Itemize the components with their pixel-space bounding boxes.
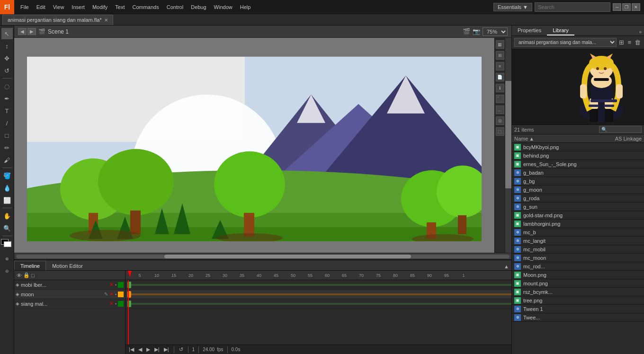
tool-smooth[interactable]: ⊖ bbox=[1, 266, 13, 277]
menu-file[interactable]: File bbox=[17, 0, 33, 14]
mini-tool-4[interactable]: 📄 bbox=[496, 73, 504, 81]
essentials-button[interactable]: Essentials ▼ bbox=[493, 3, 532, 11]
scene-back-button[interactable]: ◀ bbox=[18, 28, 27, 35]
list-item[interactable]: ▣ ernes_Sun_-_Sole.png bbox=[512, 160, 644, 168]
menu-control[interactable]: Control bbox=[163, 0, 187, 14]
go-start-button[interactable]: |◀ bbox=[128, 346, 135, 353]
vertical-scrollbar[interactable] bbox=[505, 38, 511, 253]
list-item[interactable]: ▣ gold-star-md.png bbox=[512, 211, 644, 220]
tab-properties[interactable]: Properties bbox=[512, 26, 547, 35]
frame-row[interactable] bbox=[125, 299, 511, 309]
list-item[interactable]: ▣ Moon.png bbox=[512, 271, 644, 279]
list-item[interactable]: ▣ behind.png bbox=[512, 151, 644, 160]
fill-color[interactable] bbox=[4, 241, 11, 247]
layer-color[interactable] bbox=[118, 282, 124, 288]
tool-pencil[interactable]: ✏ bbox=[1, 142, 13, 153]
menu-modify[interactable]: Modify bbox=[89, 0, 111, 14]
restore-button[interactable]: ❐ bbox=[622, 3, 631, 11]
menu-view[interactable]: View bbox=[49, 0, 68, 14]
h-scroll-thumb[interactable] bbox=[164, 255, 411, 258]
lib-properties-button[interactable]: ≡ bbox=[626, 39, 632, 46]
tool-select[interactable]: ↖ bbox=[1, 28, 13, 39]
mini-tool-6[interactable]: ⬛ bbox=[496, 95, 504, 103]
list-item[interactable]: ▣ tree.png bbox=[512, 296, 644, 305]
library-dropdown[interactable]: animasi pergantian siang dan mala... bbox=[514, 38, 617, 47]
list-item[interactable]: ⊛ Twee... bbox=[512, 313, 644, 322]
list-item[interactable]: ⊛ g_badan bbox=[512, 168, 644, 177]
loop-button[interactable]: ↺ bbox=[178, 346, 184, 353]
layer-visibility[interactable]: ✕ bbox=[109, 291, 114, 297]
mini-tool-1[interactable]: ▦ bbox=[496, 40, 504, 49]
mini-tool-7[interactable]: … bbox=[496, 106, 504, 114]
menu-text[interactable]: Text bbox=[111, 0, 128, 14]
frame-row[interactable] bbox=[125, 280, 511, 290]
tab-timeline[interactable]: Timeline bbox=[14, 261, 46, 270]
tool-pen[interactable]: ✒ bbox=[1, 93, 13, 104]
list-item[interactable]: ⊛ mc_langit bbox=[512, 237, 644, 245]
name-column-header[interactable]: Name ▲ bbox=[514, 136, 615, 142]
tool-hand[interactable]: ✋ bbox=[1, 210, 13, 221]
camera-icon[interactable]: 📷 bbox=[473, 28, 480, 35]
minimize-button[interactable]: ─ bbox=[613, 3, 621, 11]
clip-icon[interactable]: 🎬 bbox=[463, 28, 470, 35]
tool-free-transform[interactable]: ✥ bbox=[1, 53, 13, 64]
play-button[interactable]: ▶ bbox=[145, 346, 151, 353]
list-item[interactable]: ⊛ mc_b bbox=[512, 228, 644, 237]
mini-tool-3[interactable]: ≡ bbox=[496, 62, 504, 71]
list-item[interactable]: ▣ lambhorgini.png bbox=[512, 220, 644, 228]
tool-paint-bucket[interactable]: 🪣 bbox=[1, 170, 13, 181]
mini-tool-8[interactable]: ◎ bbox=[496, 116, 504, 125]
mini-tool-5[interactable]: ℹ bbox=[496, 84, 504, 92]
file-tab-close[interactable]: ✕ bbox=[104, 18, 108, 23]
tool-snap[interactable]: ⊕ bbox=[1, 253, 13, 265]
mini-tool-2[interactable]: ⊞ bbox=[496, 51, 504, 60]
horizontal-scrollbar[interactable] bbox=[14, 253, 511, 259]
step-back-button[interactable]: ◀ bbox=[137, 346, 143, 353]
go-end-button[interactable]: ▶| bbox=[163, 346, 170, 353]
tool-brush[interactable]: 🖌 bbox=[1, 154, 13, 166]
scene-forward-button[interactable]: ▶ bbox=[27, 28, 36, 35]
tool-zoom[interactable]: 🔍 bbox=[1, 222, 13, 234]
library-search-input[interactable] bbox=[599, 126, 642, 133]
menu-insert[interactable]: Insert bbox=[68, 0, 89, 14]
canvas-area[interactable] bbox=[14, 38, 494, 253]
layer-visibility[interactable]: ✕ bbox=[109, 301, 114, 307]
layer-color[interactable] bbox=[118, 301, 124, 307]
tool-rect[interactable]: □ bbox=[1, 130, 13, 141]
list-item[interactable]: ⊛ mc_moon bbox=[512, 254, 644, 262]
layer-color[interactable] bbox=[118, 292, 124, 297]
panel-expand[interactable]: » bbox=[636, 28, 644, 35]
list-item[interactable]: ⊛ Tween 1 bbox=[512, 305, 644, 313]
list-item[interactable]: ⊛ mc_mobil bbox=[512, 245, 644, 254]
fps-value[interactable]: 24.00 bbox=[203, 347, 215, 352]
list-item[interactable]: ⊛ mc_rod... bbox=[512, 262, 644, 271]
close-button[interactable]: ✕ bbox=[632, 3, 640, 11]
list-item[interactable]: ▣ mount.png bbox=[512, 279, 644, 288]
list-item[interactable]: ▣ bcyMKbyoi.png bbox=[512, 143, 644, 151]
menu-help[interactable]: Help bbox=[236, 0, 255, 14]
list-item[interactable]: ⊛ g_sun bbox=[512, 203, 644, 211]
list-item[interactable]: ▣ rsz_bcymk... bbox=[512, 288, 644, 296]
tab-library[interactable]: Library bbox=[547, 26, 574, 35]
step-forward-button[interactable]: ▶| bbox=[153, 346, 161, 353]
layer-visibility[interactable]: ✕ bbox=[109, 282, 114, 288]
frame-row[interactable] bbox=[125, 290, 511, 299]
v-scroll-thumb[interactable] bbox=[505, 81, 511, 188]
mini-tool-9[interactable]: ⬚ bbox=[496, 127, 504, 136]
tool-3d-rotation[interactable]: ↺ bbox=[1, 65, 13, 76]
menu-window[interactable]: Window bbox=[210, 0, 236, 14]
timeline-frames[interactable] bbox=[125, 280, 511, 345]
list-item[interactable]: ⊛ g_moon bbox=[512, 186, 644, 194]
tool-text[interactable]: T bbox=[1, 105, 13, 116]
list-item[interactable]: ⊛ g_bg bbox=[512, 177, 644, 186]
tool-eyedropper[interactable]: 💧 bbox=[1, 182, 13, 194]
menu-debug[interactable]: Debug bbox=[187, 0, 210, 14]
tool-eraser[interactable]: ⬜ bbox=[1, 195, 13, 206]
menu-edit[interactable]: Edit bbox=[33, 0, 49, 14]
tool-subselect[interactable]: ↕ bbox=[1, 40, 13, 52]
timeline-collapse[interactable]: ▲ bbox=[501, 263, 511, 270]
file-tab[interactable]: animasi pergantian siang dan malam.fla* … bbox=[2, 15, 113, 25]
search-input[interactable] bbox=[535, 2, 610, 12]
lib-new-button[interactable]: ⊞ bbox=[618, 39, 625, 46]
menu-commands[interactable]: Commands bbox=[128, 0, 162, 14]
